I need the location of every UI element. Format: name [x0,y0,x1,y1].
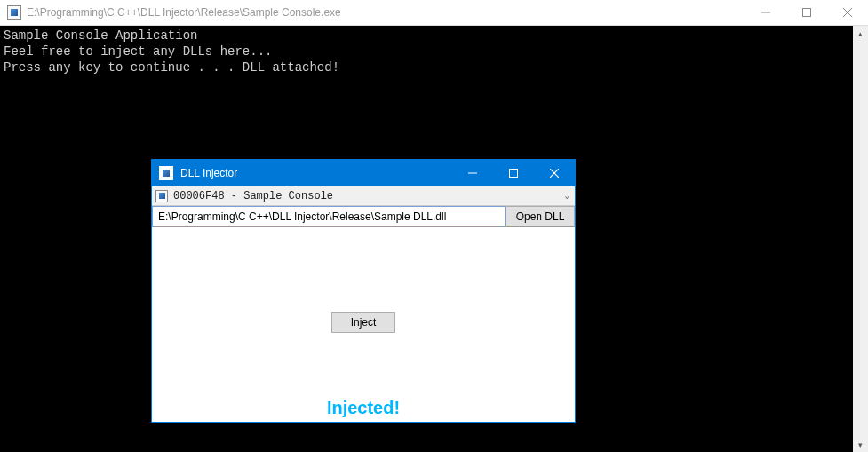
injector-titlebar[interactable]: DLL Injector [152,160,575,186]
injector-app-icon [159,166,173,180]
inject-button[interactable]: Inject [331,312,395,333]
process-icon [155,190,168,202]
injector-close-button[interactable] [534,160,575,186]
console-title: E:\Programming\C C++\DLL Injector\Releas… [27,6,745,19]
minimize-button[interactable] [745,0,786,25]
maximize-button[interactable] [786,0,827,25]
close-button[interactable] [827,0,868,25]
chevron-down-icon: ⌄ [565,191,569,201]
injector-maximize-button[interactable] [493,160,534,186]
status-label: Injected! [152,398,575,418]
open-dll-button[interactable]: Open DLL [506,206,575,226]
svg-rect-1 [803,9,811,17]
injector-minimize-button[interactable] [452,160,493,186]
process-label: 00006F48 - Sample Console [173,190,333,202]
process-selector[interactable]: 00006F48 - Sample Console ⌄ [152,186,575,206]
console-window: E:\Programming\C C++\DLL Injector\Releas… [0,0,868,452]
console-app-icon [7,5,21,20]
scroll-up-arrow-icon[interactable]: ▴ [853,26,868,41]
console-titlebar[interactable]: E:\Programming\C C++\DLL Injector\Releas… [0,0,868,26]
dll-path-row: Open DLL [152,206,575,227]
injector-body: Inject Injected! [152,227,575,422]
vertical-scrollbar[interactable]: ▴ ▾ [853,26,868,452]
console-output: Sample Console Application Feel free to … [0,26,868,77]
injector-window: DLL Injector 00006F48 - S [151,159,576,423]
scroll-down-arrow-icon[interactable]: ▾ [853,437,868,452]
injector-title: DLL Injector [180,167,452,179]
svg-rect-5 [510,170,518,178]
dll-path-input[interactable] [152,206,506,226]
console-body[interactable]: Sample Console Application Feel free to … [0,26,868,452]
